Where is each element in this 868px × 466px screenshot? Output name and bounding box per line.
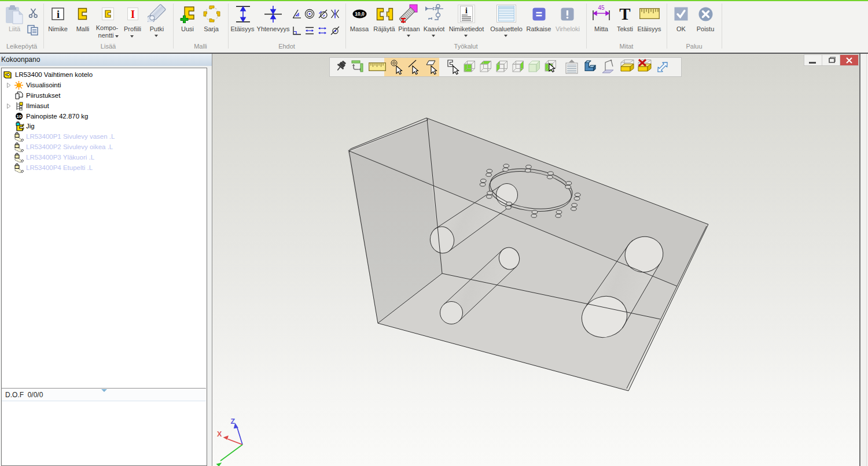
svg-text:I: I — [131, 9, 135, 20]
svg-text:10,0: 10,0 — [355, 11, 365, 17]
svg-text:Z: Z — [231, 417, 236, 426]
svg-text:i: i — [57, 9, 60, 20]
svg-text:X: X — [217, 430, 222, 438]
svg-text:10: 10 — [17, 114, 22, 119]
svg-text:i: i — [465, 6, 468, 15]
svg-text:45: 45 — [598, 5, 605, 11]
